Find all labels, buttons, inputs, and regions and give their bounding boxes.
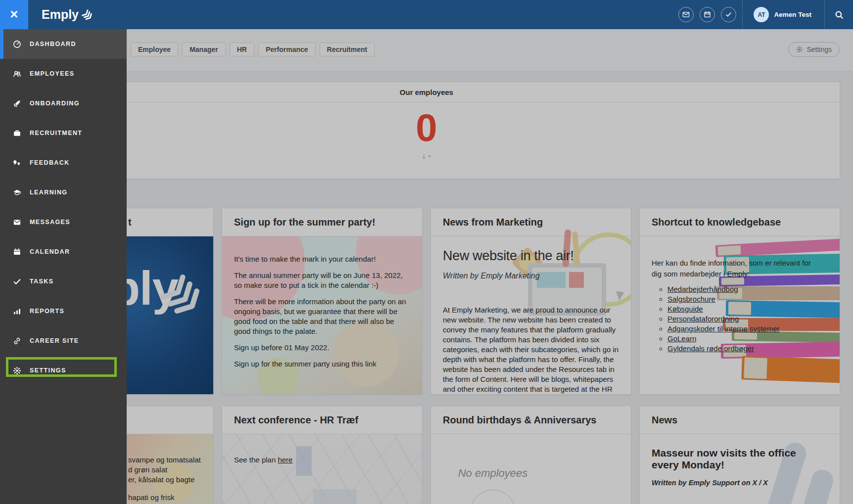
sidebar-item-label: SETTINGS [30, 367, 66, 374]
sidebar-item-label: CALENDAR [30, 248, 70, 255]
birthdays-empty-state: No employees [431, 434, 555, 504]
gear-icon [12, 367, 21, 375]
tab-recruitment[interactable]: Recruitment [320, 43, 375, 56]
card-title-text: News from Marketing [443, 217, 543, 228]
dashboard-settings-button[interactable]: Settings [788, 42, 840, 57]
article-byline: Written by Emply Support on X / X [652, 479, 825, 487]
employee-trend: ↓- [13, 151, 840, 160]
search-button[interactable] [825, 10, 853, 19]
tab-employee[interactable]: Employee [131, 43, 178, 56]
sidebar-item-learning[interactable]: LEARNING [0, 178, 127, 207]
sidebar-item-label: FEEDBACK [30, 159, 70, 166]
link-adgangskoder[interactable]: Adgangskoder til interne systemer [667, 324, 780, 333]
check-icon [725, 11, 732, 18]
card-news: News Masseur now visits the office every… [639, 406, 840, 504]
article-byline: Written by Emply Marketing [443, 272, 619, 280]
bar-chart-icon [12, 307, 21, 316]
card-birthdays: Round birthdays & Anniversarys No employ… [430, 406, 631, 504]
sidebar-item-recruitment[interactable]: RECRUITMENT [0, 118, 127, 148]
sidebar-item-label: DASHBOARD [30, 41, 76, 47]
tab-hr[interactable]: HR [230, 43, 254, 56]
close-menu-button[interactable]: × [0, 0, 28, 29]
paragraph: It's time to make the mark in your calen… [234, 254, 410, 264]
logo-text: Emply [42, 7, 79, 22]
card-title-text: Next conference - HR Træf [234, 414, 358, 426]
user-avatar[interactable]: AT [754, 7, 769, 22]
calendar-button[interactable] [700, 7, 715, 22]
card-title-text: Sign up for the summer party! [234, 217, 376, 228]
summer-party-text: It's time to make the mark in your calen… [222, 236, 422, 395]
envelope-icon [12, 218, 21, 227]
menu-line: svampe og tomatsalat [128, 455, 201, 465]
main-content: Employee Manager HR Performance Recruitm… [0, 29, 853, 504]
calendar-icon [704, 11, 711, 18]
sidebar-item-label: EMPLOYEES [30, 70, 74, 77]
card-title-fragment: t [128, 217, 132, 228]
avatar-placeholder-circle [470, 490, 516, 504]
paragraph: Sign up before 01 May 2022. [234, 343, 410, 353]
topbar-actions: AT Aemen Test [678, 0, 853, 29]
menu-line: d grøn salat [128, 465, 201, 475]
topbar: × Emply AT Aemen Test [0, 0, 853, 29]
card-title-text: Round birthdays & Anniversarys [443, 414, 596, 426]
card-title: News [640, 406, 840, 434]
link-golearn[interactable]: GoLearn [667, 334, 696, 343]
sidebar-item-feedback[interactable]: FEEDBACK [0, 148, 127, 178]
sidebar-item-label: CAREER SITE [30, 337, 79, 344]
emply-logo[interactable]: Emply [42, 7, 93, 22]
sidebar-item-label: ONBOARDING [30, 100, 80, 107]
link-gyldendals[interactable]: Gyldendals røde ordbøger [667, 344, 754, 353]
paragraph: The annual summer party will be on June … [234, 271, 410, 290]
banner-shape [296, 446, 312, 476]
article-body: At Emply Marketing, we are proud to anno… [443, 305, 619, 395]
card-title: Next conference - HR Træf [222, 406, 422, 434]
article-heading: Masseur now visits the office every Mond… [652, 447, 825, 471]
sidebar-item-label: MESSAGES [30, 219, 70, 226]
sidebar-item-calendar[interactable]: CALENDAR [0, 237, 127, 267]
sidebar-item-settings[interactable]: SETTINGS [0, 356, 127, 385]
paragraph: Sign up for the summer party using this … [234, 359, 410, 369]
sidebar-menu: DASHBOARD EMPLOYEES ONBOARDING RECRUITME… [0, 29, 127, 504]
menu-line: hapati og frisk [128, 493, 201, 503]
user-name[interactable]: Aemen Test [774, 11, 811, 18]
settings-pill-label: Settings [806, 46, 832, 53]
plan-link[interactable]: here [278, 456, 292, 464]
link-medarbejderhaandbog[interactable]: Medarbejderhåndbog [667, 285, 738, 293]
sidebar-item-onboarding[interactable]: ONBOARDING [0, 89, 127, 118]
sidebar-item-label: TASKS [30, 278, 53, 285]
tasks-button[interactable] [721, 7, 736, 22]
rocket-icon [12, 99, 21, 108]
sidebar-item-dashboard[interactable]: DASHBOARD [0, 29, 127, 59]
dashboard-tabs: Employee Manager HR Performance Recruitm… [131, 43, 375, 56]
sidebar-item-career-site[interactable]: CAREER SITE [0, 326, 127, 356]
emply-chevron-icon [80, 8, 95, 23]
messages-button[interactable] [678, 7, 694, 22]
knowledgebase-text: Her kan du finde information, som er rel… [640, 236, 840, 395]
sidebar-item-messages[interactable]: MESSAGES [0, 207, 127, 237]
briefcase-icon [12, 129, 21, 137]
paragraph: There will be more information about the… [234, 297, 410, 336]
card-title: Sign up for the summer party! [222, 208, 422, 236]
sidebar-item-tasks[interactable]: TASKS [0, 267, 127, 296]
card-next-conference: Next conference - HR Træf See the plan h… [222, 406, 423, 504]
sidebar-item-reports[interactable]: REPORTS [0, 296, 127, 326]
link-koebsguide[interactable]: Købsguide [667, 305, 703, 313]
tab-performance[interactable]: Performance [258, 43, 316, 56]
employee-count: 0 [13, 108, 840, 147]
menu-line: er, kålsalat og bagte [128, 475, 201, 485]
graduation-cap-icon [12, 188, 21, 197]
lunch-menu-text: svampe og tomatsalat d grøn salat er, kå… [128, 455, 201, 503]
conference-image [222, 434, 422, 504]
trend-down-arrow-icon: ↓ [422, 151, 426, 160]
check-icon [12, 277, 21, 286]
empty-state-text: No employees [431, 467, 555, 480]
sidebar-item-label: LEARNING [30, 189, 67, 196]
tab-manager[interactable]: Manager [182, 43, 226, 56]
link-icon [12, 337, 21, 345]
sidebar-item-employees[interactable]: EMPLOYEES [0, 59, 127, 89]
link-persondataforordning[interactable]: Persondataforordning [667, 315, 739, 323]
link-salgsbrochure[interactable]: Salgsbrochure [667, 295, 715, 303]
tabs-strip: Employee Manager HR Performance Recruitm… [0, 29, 853, 72]
mail-icon [682, 11, 690, 18]
article-heading: New website in the air! [443, 248, 619, 264]
